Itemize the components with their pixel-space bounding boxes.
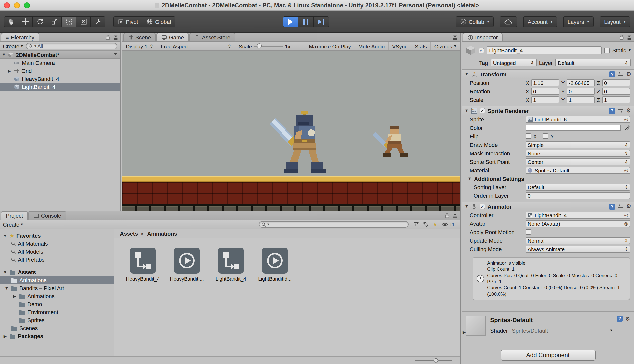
folder-environment[interactable]: Environment	[0, 308, 114, 316]
scene-row[interactable]: ▼ 2DMelleCombat*	[0, 51, 120, 59]
flip-y-checkbox[interactable]	[543, 133, 548, 139]
account-dropdown[interactable]: Account▾	[523, 16, 557, 27]
shader-dropdown-arrow[interactable]: ▾	[610, 328, 612, 332]
thumbnail-zoom-slider[interactable]	[415, 357, 452, 363]
preview-foldout-icon[interactable]: ▶	[463, 330, 466, 334]
panel-menu-icon[interactable]	[626, 34, 632, 40]
folder-scenes[interactable]: Scenes	[0, 324, 114, 332]
object-picker-icon[interactable]: ◎	[624, 221, 628, 226]
custom-tool-button[interactable]	[91, 16, 106, 27]
help-icon[interactable]: ?	[616, 316, 622, 322]
hierarchy-item-main-camera[interactable]: Main Camera	[0, 59, 120, 67]
scale-tool-button[interactable]	[48, 16, 62, 27]
scale-z-field[interactable]: 1	[602, 96, 630, 103]
shader-dropdown[interactable]: Sprites/Default	[512, 328, 606, 334]
play-button[interactable]	[283, 16, 298, 28]
mask-interaction-dropdown[interactable]: None⇕	[526, 150, 630, 156]
scale-y-field[interactable]: 1	[566, 96, 594, 103]
asset-lightbandit-4-controller[interactable]: LightBandit_4	[212, 247, 249, 282]
asset-lightbandit-idle-clip[interactable]: LightBanditId...	[256, 247, 293, 282]
panel-menu-icon[interactable]	[452, 34, 458, 40]
folder-animations[interactable]: Animations	[0, 276, 114, 284]
search-by-label-icon[interactable]	[423, 222, 428, 227]
help-icon[interactable]: ?	[609, 108, 615, 114]
object-picker-icon[interactable]: ◎	[624, 168, 628, 172]
preset-icon[interactable]	[617, 108, 623, 113]
sprite-renderer-enabled-checkbox[interactable]	[480, 108, 485, 113]
transform-component-header[interactable]: ▼ Transform ? ⚙	[462, 70, 634, 78]
hidden-packages-count[interactable]: 11	[441, 222, 455, 227]
update-mode-dropdown[interactable]: Normal⇕	[526, 237, 630, 244]
search-by-type-icon[interactable]	[413, 222, 419, 227]
scene-menu-icon[interactable]	[113, 52, 118, 58]
sprite-sort-point-dropdown[interactable]: Center⇕	[526, 158, 630, 165]
asset-heavybandit-idle-clip[interactable]: HeavyBanditI...	[168, 247, 205, 282]
lock-icon[interactable]	[619, 34, 624, 40]
material-object-field[interactable]: Sprites-Default ◎	[526, 166, 630, 174]
hierarchy-item-grid[interactable]: ▶ Grid	[0, 67, 120, 75]
position-z-field[interactable]: 0	[602, 79, 630, 86]
object-picker-icon[interactable]: ◎	[624, 116, 628, 122]
zoom-slider-knob[interactable]	[434, 358, 438, 362]
tab-project[interactable]: Project	[1, 211, 28, 220]
sprite-renderer-header[interactable]: ▼ Sprite Renderer ? ⚙	[462, 106, 634, 115]
global-toggle-button[interactable]: Global	[143, 16, 176, 27]
help-icon[interactable]: ?	[609, 71, 615, 77]
sprite-object-field[interactable]: LightBandit_6 ◎	[526, 116, 630, 122]
color-swatch[interactable]	[526, 124, 620, 130]
layout-dropdown[interactable]: Layout▾	[599, 16, 630, 27]
folder-bandits-pixel-art[interactable]: ▼ Bandits – Pixel Art	[0, 284, 114, 292]
panel-menu-icon[interactable]	[113, 34, 118, 40]
preset-icon[interactable]	[617, 204, 623, 209]
flip-x-checkbox[interactable]	[526, 133, 531, 139]
game-view[interactable]	[122, 51, 460, 211]
pivot-toggle-button[interactable]: Pivot	[113, 16, 143, 27]
lock-icon[interactable]	[106, 34, 110, 40]
favorite-all-prefabs[interactable]: All Prefabs	[0, 256, 114, 264]
scene-foldout[interactable]: ▼	[2, 52, 6, 57]
hierarchy-search-input[interactable]: ▾ All	[26, 43, 117, 50]
folder-demo[interactable]: Demo	[0, 300, 114, 308]
draw-mode-dropdown[interactable]: Simple⇕	[526, 141, 630, 148]
gear-icon[interactable]: ⚙	[625, 316, 630, 321]
rotation-x-field[interactable]: 0	[531, 88, 559, 94]
project-create-button[interactable]: Create▾	[3, 222, 23, 228]
aspect-dropdown[interactable]: Free Aspect⇕	[157, 42, 235, 50]
eyedropper-icon[interactable]	[624, 125, 630, 130]
static-dropdown-arrow[interactable]: ▾	[628, 48, 630, 52]
gizmos-dropdown[interactable]: Gizmos▾	[431, 42, 460, 50]
pause-button[interactable]	[298, 16, 314, 28]
hierarchy-item-heavybandit-4[interactable]: HeavyBandit_4	[0, 75, 120, 83]
folder-bandits-animations[interactable]: ▶ Animations	[0, 292, 114, 300]
breadcrumb-assets[interactable]: Assets	[120, 230, 138, 236]
preset-icon[interactable]	[617, 72, 623, 77]
tab-hierarchy[interactable]: ≡ Hierarchy	[1, 33, 40, 42]
apply-root-motion-checkbox[interactable]	[526, 229, 531, 235]
gameobject-name-field[interactable]: LightBandit_4	[487, 46, 602, 54]
move-tool-button[interactable]	[19, 16, 33, 27]
favorite-all-models[interactable]: All Models	[0, 248, 114, 256]
avatar-object-field[interactable]: None (Avatar) ◎	[526, 220, 630, 227]
cloud-button[interactable]	[500, 16, 517, 27]
panel-menu-icon[interactable]	[452, 213, 458, 219]
tab-asset-store[interactable]: Asset Store	[189, 33, 235, 42]
expand-arrow-icon[interactable]: ▶	[7, 69, 12, 73]
sorting-layer-dropdown[interactable]: Default⇕	[526, 184, 630, 190]
rotation-y-field[interactable]: 0	[566, 88, 594, 94]
tab-scene[interactable]: Scene	[123, 33, 156, 42]
folder-assets-root[interactable]: ▼ Assets	[0, 268, 114, 276]
scale-slider[interactable]	[254, 46, 283, 47]
object-picker-icon[interactable]: ◎	[624, 212, 628, 218]
gear-icon[interactable]: ⚙	[626, 72, 631, 77]
animator-enabled-checkbox[interactable]	[480, 204, 485, 209]
save-search-star-icon[interactable]: ★	[432, 222, 437, 227]
favorite-all-materials[interactable]: All Materials	[0, 240, 114, 248]
rotation-z-field[interactable]: 0	[602, 88, 630, 94]
vsync-button[interactable]: VSync	[389, 42, 411, 50]
active-checkbox[interactable]	[479, 48, 484, 53]
controller-object-field[interactable]: LightBandit_4 ◎	[526, 212, 630, 218]
help-icon[interactable]: ?	[609, 204, 615, 210]
lock-icon[interactable]	[445, 213, 450, 219]
order-in-layer-field[interactable]: 0	[526, 192, 630, 199]
hand-tool-button[interactable]	[4, 16, 19, 27]
